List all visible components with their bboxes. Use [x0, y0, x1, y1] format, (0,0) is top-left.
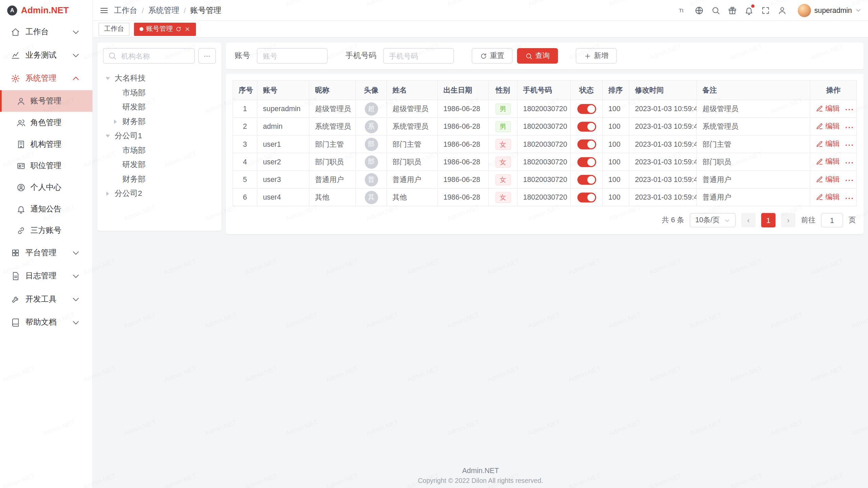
role-icon: [17, 118, 25, 127]
page-size-select[interactable]: 10条/页: [690, 213, 736, 227]
reset-button[interactable]: 重置: [472, 48, 513, 64]
sidebar-item[interactable]: 系统管理: [0, 67, 93, 90]
edit-button[interactable]: 编辑: [816, 104, 840, 114]
edit-button[interactable]: 编辑: [816, 139, 840, 149]
row-more-button[interactable]: ···: [845, 105, 854, 114]
cell-status: [570, 100, 603, 118]
sidebar-subitem-label: 职位管理: [31, 161, 86, 170]
refresh-icon[interactable]: [176, 26, 182, 32]
tree-node[interactable]: 研发部: [103, 158, 216, 172]
sidebar-item-label: 平台管理: [25, 248, 72, 258]
sidebar-item[interactable]: 日志管理: [0, 264, 93, 288]
sidebar-subitem[interactable]: 个人中心: [0, 177, 93, 198]
row-more-button[interactable]: ···: [845, 141, 854, 149]
search-icon: [525, 52, 532, 59]
sidebar-item-label: 系统管理: [25, 74, 72, 83]
search-button[interactable]: 查询: [517, 48, 558, 64]
page-number-button[interactable]: 1: [761, 213, 775, 227]
footer: Admin.NET Copyright © 2022 Dilon All rig…: [93, 466, 868, 485]
add-button[interactable]: 新增: [576, 48, 617, 64]
edit-button[interactable]: 编辑: [816, 121, 840, 131]
caret-icon[interactable]: [105, 77, 110, 82]
tree-node[interactable]: 大名科技: [103, 72, 216, 86]
caret-spacer: [114, 148, 119, 153]
font-size-button[interactable]: Tt: [675, 2, 690, 18]
sidebar-item[interactable]: 工作台: [0, 20, 93, 44]
close-icon[interactable]: [184, 26, 191, 32]
edit-label: 编辑: [825, 121, 840, 131]
sidebar-subitem[interactable]: 三方账号: [0, 220, 93, 241]
cell-nickname: 部门主管: [309, 135, 356, 153]
status-toggle[interactable]: [577, 192, 596, 202]
user-button[interactable]: [774, 2, 790, 18]
next-page-button[interactable]: ›: [781, 213, 795, 227]
refresh-icon: [480, 52, 487, 59]
tree-node[interactable]: 财务部: [103, 115, 216, 129]
cell-modified: 2023-01-03 10:59:44: [629, 188, 697, 206]
search-button[interactable]: [708, 2, 724, 18]
org-more-button[interactable]: ···: [198, 48, 216, 64]
viewport: A Admin.NET 工作台业务测试系统管理账号管理角色管理机构管理职位管理个…: [0, 0, 868, 488]
status-toggle[interactable]: [577, 104, 596, 114]
sidebar-subitem[interactable]: 角色管理: [0, 112, 93, 134]
sidebar-subitem[interactable]: 机构管理: [0, 133, 93, 155]
org-icon: [17, 140, 25, 148]
status-toggle[interactable]: [577, 175, 596, 184]
sidebar-item[interactable]: 平台管理: [0, 241, 93, 265]
tree-node[interactable]: 研发部: [103, 100, 216, 115]
column-header: 操作: [810, 81, 856, 100]
status-toggle[interactable]: [577, 157, 596, 167]
org-tree-panel: ··· 大名科技市场部研发部财务部分公司1市场部研发部财务部分公司2: [97, 43, 221, 231]
edit-button[interactable]: 编辑: [816, 157, 840, 166]
hamburger-menu-icon[interactable]: [100, 6, 108, 15]
org-search-input[interactable]: [120, 51, 190, 61]
bell-button[interactable]: [741, 2, 757, 18]
chevron-down-icon: [72, 318, 80, 327]
edit-button[interactable]: 编辑: [816, 192, 840, 202]
row-more-button[interactable]: ···: [845, 194, 854, 202]
home-icon: [11, 28, 20, 37]
gender-tag: 男: [495, 103, 511, 114]
row-more-button[interactable]: ···: [845, 123, 854, 131]
goto-page-input[interactable]: [821, 213, 843, 227]
app-logo[interactable]: A Admin.NET: [0, 0, 93, 20]
cell-sort: 100: [603, 171, 629, 188]
phone-input[interactable]: [383, 48, 454, 64]
edit-icon: [816, 158, 823, 165]
cell-phone: 18020030720: [517, 100, 571, 118]
tree-node[interactable]: 分公司1: [103, 129, 216, 143]
edit-button[interactable]: 编辑: [816, 175, 840, 184]
sidebar-subitem-label: 账号管理: [31, 96, 86, 106]
tree-node[interactable]: 分公司2: [103, 186, 216, 201]
fullscreen-button[interactable]: [758, 2, 773, 18]
gift-icon: [728, 6, 737, 15]
breadcrumb-item[interactable]: 工作台: [114, 5, 137, 15]
sidebar-item[interactable]: 业务测试: [0, 44, 93, 67]
status-toggle[interactable]: [577, 121, 596, 131]
tree-node[interactable]: 财务部: [103, 172, 216, 186]
account-table: 序号账号昵称头像姓名出生日期性别手机号码状态排序修改时间备注操作1superad…: [233, 80, 857, 206]
sidebar-item[interactable]: 开发工具: [0, 288, 93, 311]
sidebar-item[interactable]: 帮助文档: [0, 311, 93, 334]
sidebar-subitem[interactable]: 职位管理: [0, 155, 93, 177]
tree-node[interactable]: 市场部: [103, 143, 216, 158]
breadcrumb-item[interactable]: 系统管理: [148, 5, 179, 15]
tab-item[interactable]: 工作台: [99, 22, 130, 36]
caret-icon[interactable]: [114, 120, 119, 124]
sidebar-subitem[interactable]: 账号管理: [0, 90, 93, 112]
prev-page-button[interactable]: ‹: [741, 213, 755, 227]
caret-icon[interactable]: [106, 191, 111, 196]
globe-button[interactable]: [691, 2, 707, 18]
user-menu[interactable]: superadmin: [798, 4, 862, 17]
sidebar-subitem[interactable]: 通知公告: [0, 198, 93, 220]
account-input[interactable]: [257, 48, 328, 64]
gift-button[interactable]: [725, 2, 740, 18]
column-header: 排序: [603, 81, 629, 100]
page-unit: 页: [849, 215, 856, 225]
tab-active[interactable]: 账号管理: [134, 22, 196, 36]
row-more-button[interactable]: ···: [845, 176, 854, 184]
status-toggle[interactable]: [577, 139, 596, 149]
tree-node[interactable]: 市场部: [103, 86, 216, 100]
row-more-button[interactable]: ···: [845, 159, 854, 167]
caret-icon[interactable]: [105, 135, 110, 140]
